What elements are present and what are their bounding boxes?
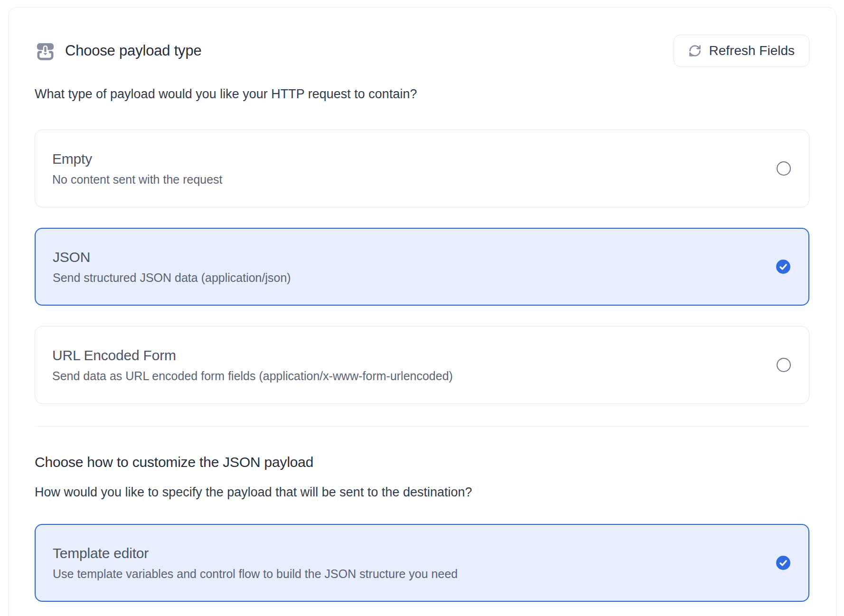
option-template-description: Use template variables and control flow … [53,567,458,581]
check-circle-icon[interactable] [776,556,790,570]
option-json-title: JSON [53,249,291,265]
option-url-encoded-form[interactable]: URL Encoded Form Send data as URL encode… [35,326,809,404]
section-divider [35,426,809,427]
refresh-fields-button[interactable]: Refresh Fields [674,35,809,67]
option-url-description: Send data as URL encoded form fields (ap… [52,369,453,383]
option-url-title: URL Encoded Form [52,347,453,364]
radio-circle-icon[interactable] [777,161,791,176]
option-template-title: Template editor [53,545,458,561]
option-empty-title: Empty [52,151,223,167]
option-empty[interactable]: Empty No content sent with the request [35,130,809,207]
option-json-description: Send structured JSON data (application/j… [53,271,291,285]
payload-tray-icon [35,40,56,62]
refresh-icon [688,44,702,57]
option-empty-description: No content sent with the request [52,173,223,187]
customize-options: Template editor Use template variables a… [35,524,809,602]
option-template-editor[interactable]: Template editor Use template variables a… [35,524,809,602]
radio-circle-icon[interactable] [777,358,791,372]
panel-header: Choose payload type Refresh Fields [35,35,809,67]
customize-heading: Choose how to customize the JSON payload [35,453,809,472]
payload-type-options: Empty No content sent with the request J… [35,130,809,404]
refresh-fields-label: Refresh Fields [709,43,795,58]
option-json[interactable]: JSON Send structured JSON data (applicat… [35,228,809,306]
check-circle-icon[interactable] [776,260,790,274]
customize-question: How would you like to specify the payloa… [35,483,809,501]
panel-title: Choose payload type [65,42,201,59]
payload-settings-panel: Choose payload type Refresh Fields What … [8,7,836,616]
payload-type-question: What type of payload would you like your… [35,85,809,103]
